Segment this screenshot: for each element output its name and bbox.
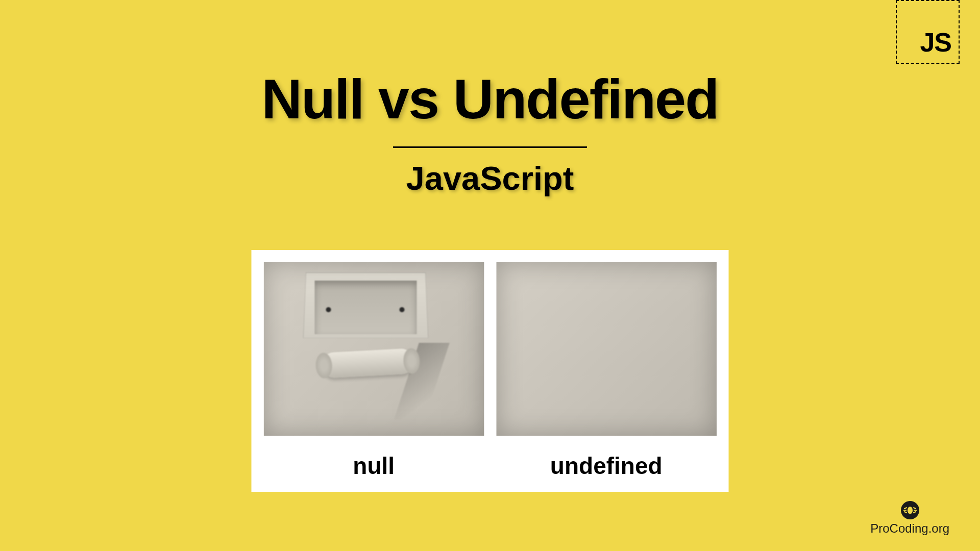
null-image <box>264 262 484 436</box>
js-badge-label: JS <box>920 27 951 58</box>
title-divider <box>393 146 587 148</box>
meme-card: null undefined <box>252 250 729 492</box>
watermark: ProCoding.org <box>870 501 949 536</box>
panel-null: null <box>264 262 484 480</box>
title-block: Null vs Undefined JavaScript <box>0 66 980 197</box>
undefined-label: undefined <box>550 452 663 480</box>
main-title: Null vs Undefined <box>0 66 980 131</box>
null-label: null <box>353 452 395 480</box>
watermark-text: ProCoding.org <box>870 521 949 536</box>
js-badge: JS <box>896 0 960 64</box>
subtitle: JavaScript <box>0 159 980 197</box>
bug-icon <box>901 501 919 519</box>
panel-undefined: undefined <box>496 262 717 480</box>
undefined-image <box>496 262 717 436</box>
